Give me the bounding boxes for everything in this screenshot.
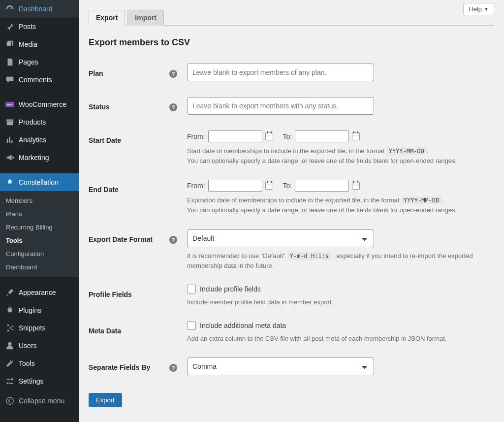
help-icon[interactable]: ? bbox=[169, 70, 177, 78]
sidebar-item-label: WooCommerce bbox=[19, 100, 66, 109]
submenu-item-tools[interactable]: Tools bbox=[0, 234, 79, 247]
collapse-icon bbox=[5, 396, 15, 406]
help-icon[interactable]: ? bbox=[169, 103, 177, 111]
start-from-input[interactable] bbox=[208, 130, 262, 142]
date-format-description: It is recommended to use "Default" Y-m-d… bbox=[187, 251, 494, 271]
sidebar-item-label: Tools bbox=[19, 359, 35, 368]
page-title: Export members to CSV bbox=[89, 37, 494, 48]
calendar-icon[interactable] bbox=[265, 132, 273, 140]
pages-icon bbox=[5, 57, 15, 67]
calendar-icon[interactable] bbox=[352, 182, 360, 190]
label-start-date: Start Date bbox=[89, 136, 121, 144]
label-export-date-format: Export Date Format bbox=[89, 235, 153, 243]
svg-text:woo: woo bbox=[6, 103, 12, 106]
help-icon[interactable]: ? bbox=[169, 364, 177, 372]
label-plan: Plan bbox=[89, 69, 103, 77]
chevron-down-icon: ▼ bbox=[484, 6, 489, 12]
sidebar-item-dashboard[interactable]: Dashboard bbox=[0, 0, 79, 18]
calendar-icon[interactable] bbox=[265, 182, 273, 190]
sidebar-item-constellation[interactable]: Constellation bbox=[0, 173, 79, 191]
constellation-icon bbox=[5, 177, 15, 187]
label-profile-fields: Profile Fields bbox=[89, 291, 132, 298]
sidebar-item-woocommerce[interactable]: woo WooCommerce bbox=[0, 96, 79, 113]
export-button[interactable]: Export bbox=[89, 393, 122, 407]
sidebar-item-label: Constellation bbox=[19, 178, 59, 187]
sidebar-item-label: Analytics bbox=[19, 135, 46, 144]
end-from-input[interactable] bbox=[208, 180, 262, 192]
tab-import[interactable]: Import bbox=[127, 10, 164, 26]
sliders-icon bbox=[5, 376, 15, 386]
sidebar-item-label: Snippets bbox=[19, 324, 45, 332]
meta-data-description: Add an extra column to the CSV file with… bbox=[187, 334, 494, 344]
sidebar-item-label: Marketing bbox=[19, 153, 49, 162]
submenu-item-members[interactable]: Members bbox=[0, 194, 79, 207]
profile-fields-description: Include member profile field data in mem… bbox=[187, 297, 494, 307]
start-date-description: Start date of memberships to include in … bbox=[187, 146, 494, 166]
sidebar-item-label: Comments bbox=[19, 75, 52, 84]
main-content: Help ▼ Export Import Export members to C… bbox=[79, 0, 504, 422]
export-form: Plan ? Status ? Start Date From bbox=[89, 57, 494, 384]
include-meta-data-checkbox[interactable] bbox=[187, 321, 196, 330]
sidebar-item-comments[interactable]: Comments bbox=[0, 71, 79, 89]
sidebar-item-pages[interactable]: Pages bbox=[0, 53, 79, 71]
include-profile-fields-checkbox[interactable] bbox=[187, 285, 196, 293]
sidebar-item-media[interactable]: Media bbox=[0, 35, 79, 53]
sidebar-item-analytics[interactable]: Analytics bbox=[0, 131, 79, 149]
sidebar-item-label: Products bbox=[19, 118, 46, 127]
start-to-input[interactable] bbox=[295, 130, 349, 142]
sidebar-item-label: Settings bbox=[19, 377, 44, 386]
sidebar-item-users[interactable]: Users bbox=[0, 337, 79, 355]
sidebar-item-settings[interactable]: Settings bbox=[0, 372, 79, 390]
sidebar-item-label: Dashboard bbox=[19, 4, 53, 13]
submenu-item-dashboard[interactable]: Dashboard bbox=[0, 260, 79, 274]
pin-icon bbox=[5, 22, 15, 32]
dashboard-icon bbox=[5, 4, 15, 14]
collapse-menu[interactable]: Collapse menu bbox=[0, 392, 79, 410]
submenu-item-plans[interactable]: Plans bbox=[0, 207, 79, 221]
sidebar-item-label: Users bbox=[19, 341, 37, 350]
sidebar-item-label: Media bbox=[19, 40, 37, 49]
submenu-item-recurring-billing[interactable]: Recurring Billing bbox=[0, 221, 79, 234]
wrench-icon bbox=[5, 358, 15, 368]
sidebar-submenu: MembersPlansRecurring BillingToolsConfig… bbox=[0, 191, 79, 277]
label-status: Status bbox=[89, 103, 110, 111]
submenu-item-configuration[interactable]: Configuration bbox=[0, 247, 79, 260]
tab-export[interactable]: Export bbox=[89, 10, 125, 26]
end-date-description: Expiration date of memberships to includ… bbox=[187, 195, 494, 215]
sidebar-item-label: Plugins bbox=[19, 306, 41, 315]
megaphone-icon bbox=[5, 153, 15, 162]
woo-icon: woo bbox=[5, 99, 15, 109]
sidebar-item-plugins[interactable]: Plugins bbox=[0, 301, 79, 319]
sidebar-item-tools[interactable]: Tools bbox=[0, 355, 79, 372]
plan-input[interactable] bbox=[187, 64, 374, 81]
sidebar-item-marketing[interactable]: Marketing bbox=[0, 149, 79, 166]
label-end-date: End Date bbox=[89, 186, 119, 194]
label-separate-fields-by: Separate Fields By bbox=[89, 363, 150, 371]
sidebar-item-label: Posts bbox=[19, 22, 36, 31]
help-icon[interactable]: ? bbox=[169, 236, 177, 244]
end-to-input[interactable] bbox=[295, 180, 349, 192]
archive-icon bbox=[5, 117, 15, 127]
tabs: Export Import bbox=[89, 10, 494, 26]
sidebar-item-label: Pages bbox=[19, 58, 38, 66]
user-icon bbox=[5, 341, 15, 351]
sidebar-item-products[interactable]: Products bbox=[0, 113, 79, 131]
sidebar-item-posts[interactable]: Posts bbox=[0, 18, 79, 35]
svg-point-0 bbox=[7, 43, 9, 44]
comment-icon bbox=[5, 75, 15, 85]
export-date-format-select[interactable]: Default bbox=[187, 229, 374, 247]
calendar-icon[interactable] bbox=[352, 132, 360, 140]
media-icon bbox=[5, 39, 15, 49]
separator-select[interactable]: Comma bbox=[187, 357, 374, 375]
scissors-icon bbox=[5, 323, 15, 333]
svg-point-3 bbox=[8, 342, 11, 346]
sidebar-item-snippets[interactable]: Snippets bbox=[0, 319, 79, 337]
brush-icon bbox=[5, 288, 15, 297]
help-tab[interactable]: Help ▼ bbox=[463, 3, 494, 15]
status-input[interactable] bbox=[187, 97, 374, 115]
label-meta-data: Meta Data bbox=[89, 327, 121, 335]
sidebar-item-appearance[interactable]: Appearance bbox=[0, 284, 79, 301]
analytics-icon bbox=[5, 135, 15, 145]
plug-icon bbox=[5, 305, 15, 315]
collapse-label: Collapse menu bbox=[19, 396, 64, 405]
